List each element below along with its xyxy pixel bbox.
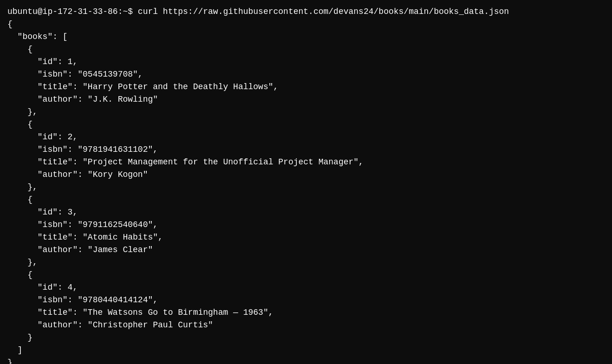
terminal-line: "title": "Atomic Habits", — [7, 231, 605, 244]
terminal-line: }, — [7, 106, 605, 118]
terminal-line: "id": 4, — [7, 281, 605, 294]
terminal-line: "author": "J.K. Rowling" — [7, 93, 605, 106]
terminal-line: "author": "Christopher Paul Curtis" — [7, 319, 605, 332]
terminal-line: "author": "James Clear" — [7, 244, 605, 256]
terminal-line: } — [7, 357, 605, 364]
terminal-line: { — [7, 194, 605, 206]
terminal-line: } — [7, 332, 605, 344]
terminal-line: "books": [ — [7, 31, 605, 43]
terminal-line: "isbn": "9781941631102", — [7, 143, 605, 156]
terminal-line: { — [7, 269, 605, 281]
terminal-line: "isbn": "9791162540640", — [7, 219, 605, 231]
terminal-line: "title": "Harry Potter and the Deathly H… — [7, 81, 605, 93]
terminal-line: { — [7, 118, 605, 131]
json-output: { "books": [ { "id": 1, "isbn": "0545139… — [7, 18, 605, 364]
terminal-line: }, — [7, 181, 605, 194]
terminal-line: "id": 2, — [7, 131, 605, 143]
terminal-line: { — [7, 43, 605, 56]
prompt-line: ubuntu@ip-172-31-33-86:~$ curl https://r… — [7, 6, 605, 18]
terminal-line: "isbn": "9780440414124", — [7, 294, 605, 306]
terminal-line: "author": "Kory Kogon" — [7, 169, 605, 181]
terminal-line: "id": 1, — [7, 56, 605, 68]
terminal-line: "id": 3, — [7, 206, 605, 219]
terminal-line: { — [7, 18, 605, 31]
terminal-line: "title": "Project Management for the Uno… — [7, 156, 605, 169]
terminal-line: "isbn": "0545139708", — [7, 68, 605, 81]
terminal: ubuntu@ip-172-31-33-86:~$ curl https://r… — [7, 6, 605, 364]
terminal-line: ] — [7, 344, 605, 357]
terminal-line: }, — [7, 256, 605, 269]
terminal-line: "title": "The Watsons Go to Birmingham —… — [7, 306, 605, 319]
